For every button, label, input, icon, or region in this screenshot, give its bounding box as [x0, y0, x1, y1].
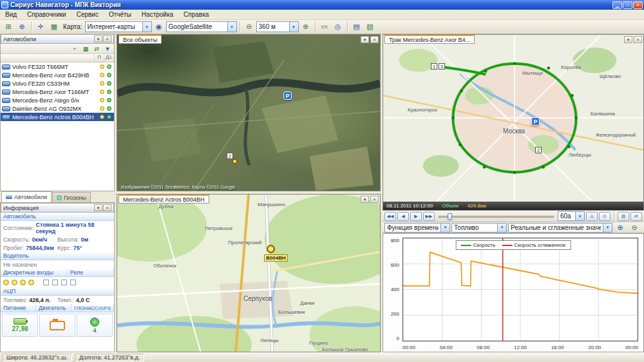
chevron-down-icon[interactable]: ▼ [289, 22, 298, 32]
place-label: Железнодорожный [596, 133, 636, 137]
play-icon[interactable]: ▶ [410, 212, 422, 221]
input-led-icon [28, 280, 34, 285]
menu-help[interactable]: Справка [178, 10, 214, 19]
legend-swatch-speed-smoothed [502, 245, 512, 246]
tab-geozones[interactable]: Геозоны [52, 192, 91, 202]
follow-marker-icon[interactable]: ◎ [586, 212, 598, 221]
chevron-down-icon[interactable]: ▼ [575, 211, 584, 221]
ignition-status-icon [100, 90, 104, 94]
gps-satellite-count: 4 [93, 327, 96, 334]
layers-icon[interactable]: ▧ [364, 21, 377, 33]
map-selected-vehicle[interactable]: Mercedes-Benz Actros В004ВН ▾ × Дубна Ма… [117, 194, 381, 352]
globe-icon[interactable]: ◉ [153, 21, 166, 33]
pin-icon[interactable]: ▾ [94, 35, 102, 43]
chart-legend: Скорость Скорость сглаженное [456, 240, 571, 250]
close-icon[interactable]: × [103, 35, 111, 43]
slider-thumb[interactable] [448, 213, 452, 220]
waypoint-marker-3[interactable]: 3 [439, 63, 445, 70]
track-map-decoration [383, 35, 643, 210]
vehicle-row[interactable]: Mercedes-Benz Axor В429НВ [1, 71, 114, 79]
relay-checkbox[interactable] [43, 280, 49, 285]
tab-track[interactable]: Трак Mercedes-Benz Axor В4... [384, 35, 475, 44]
chart-plot-area[interactable] [402, 238, 638, 341]
waypoint-marker-1[interactable]: 1 [431, 63, 437, 70]
ruler-icon[interactable]: ▭ [318, 21, 331, 33]
zoom-window-icon[interactable]: ⊞ [2, 21, 15, 33]
select-icon[interactable]: ▦ [48, 21, 61, 33]
chart-parameter-combo[interactable]: Топливо ▼ [451, 223, 507, 233]
skip-end-icon[interactable]: ▶▶ [423, 212, 435, 221]
waypoint-marker-2[interactable]: 2 [535, 147, 542, 153]
menu-directories[interactable]: Справочники [22, 10, 71, 19]
minimize-button[interactable]: ▁ [612, 1, 622, 9]
track-timeline-bar[interactable]: 08.11.2011 10:12:00 Объем 424.8км [383, 202, 643, 210]
zoom-out-icon[interactable]: ⊖ [628, 222, 641, 234]
refresh-icon[interactable]: ⇄ [91, 44, 102, 53]
map-type-combo[interactable]: Интернет-карты ▼ [85, 21, 152, 32]
close-icon[interactable]: × [634, 36, 642, 43]
zoom-in-icon[interactable]: ⊕ [299, 21, 312, 33]
export-icon[interactable]: ⇄ [630, 212, 642, 221]
timeline-distance: 424.8км [468, 203, 486, 209]
vehicle-row[interactable]: Volvo FE320 Т666МТ [1, 62, 114, 71]
pan-icon[interactable]: ✛ [34, 21, 47, 33]
add-vehicle-icon[interactable]: + [70, 44, 80, 53]
vehicle-row[interactable]: Mercedes-Benz Atego б/н [1, 96, 114, 104]
close-button[interactable]: × [633, 1, 643, 9]
chevron-down-icon[interactable]: ▼ [142, 22, 151, 32]
close-icon[interactable]: × [370, 196, 379, 203]
menu-view[interactable]: Вид [0, 10, 22, 19]
playback-speed-combo[interactable]: 60а ▼ [558, 211, 585, 221]
tab-vehicles[interactable]: Автомобили [1, 191, 52, 202]
vehicle-row[interactable]: Mercedes-Benz Axor Т166МТ [1, 88, 114, 96]
panel-menu-icon[interactable]: ▾ [361, 36, 369, 43]
menu-service[interactable]: Сервис [71, 10, 104, 19]
close-icon[interactable]: × [370, 36, 379, 43]
vehicle-row-selected[interactable]: Mercedes-Benz Actros В004ВН [1, 113, 114, 121]
menu-settings[interactable]: Настройка [137, 10, 178, 19]
vehicle-row[interactable]: Daimler-Benz AG О932МХ [1, 104, 114, 113]
skip-start-icon[interactable]: ◀◀ [384, 212, 396, 221]
legend-item: Скорость [461, 242, 496, 248]
chart-function-combo[interactable]: Функция времени ▼ [384, 223, 450, 233]
track-position-slider[interactable] [439, 212, 554, 221]
pin-icon[interactable]: ▾ [94, 204, 102, 211]
maximize-button[interactable]: □ [623, 1, 632, 9]
panel-menu-icon[interactable]: ▾ [361, 196, 369, 203]
vehicle-marker[interactable] [267, 245, 275, 253]
map-track[interactable]: Трак Mercedes-Benz Axor В4... ▾ × Москва… [383, 34, 644, 211]
relay-checkbox[interactable] [61, 280, 67, 285]
chevron-down-icon[interactable]: ▼ [497, 223, 506, 233]
parking-marker[interactable]: P [531, 117, 540, 126]
chart-mode-combo[interactable]: Реальные и сглаженные значения ▼ [508, 223, 612, 233]
group-icon[interactable]: ▦ [80, 44, 91, 53]
close-icon[interactable]: × [103, 204, 111, 211]
tab-all-objects[interactable]: Все объекты [118, 35, 162, 44]
zoom-level-combo[interactable]: 360 м ▼ [256, 21, 299, 32]
vehicle-marker[interactable] [232, 158, 238, 164]
vehicle-row[interactable]: Volvo FE320 С533НМ [1, 79, 114, 88]
relay-checkbox[interactable] [70, 280, 76, 285]
relay-checkbox[interactable] [52, 280, 58, 285]
print-icon[interactable]: ▤ [350, 21, 363, 33]
map-all-objects[interactable]: Все объекты ▾ × P 2 Изображения ©2011 Te… [117, 34, 381, 191]
waypoint-marker-2[interactable]: 2 [227, 153, 233, 159]
chevron-down-icon[interactable]: ▼ [440, 223, 450, 233]
panel-menu-icon[interactable]: ▾ [624, 36, 632, 43]
chevron-down-icon[interactable]: ▼ [227, 22, 236, 32]
menu-reports[interactable]: Отчёты [104, 10, 137, 19]
chevron-down-icon[interactable]: ▼ [603, 223, 612, 233]
temp-value: 4,0 С [76, 297, 90, 303]
magnet-icon[interactable]: ⊙ [599, 212, 611, 221]
map-provider-combo[interactable]: GoogleSatellite ▼ [166, 21, 237, 32]
step-back-icon[interactable]: ◀ [397, 212, 409, 221]
zoom-in-icon[interactable]: ⊕ [614, 222, 627, 234]
chart-view-icon[interactable]: ▥ [618, 212, 629, 221]
filter-icon[interactable]: ▼ [102, 44, 113, 53]
tab-vehicle-map[interactable]: Mercedes-Benz Actros В004ВН [118, 195, 209, 204]
marker-icon[interactable]: ◎ [332, 21, 345, 33]
parking-marker[interactable]: P [283, 91, 292, 100]
zoom-out-icon[interactable]: ⊖ [243, 21, 256, 33]
zoom-in-icon[interactable]: ⊕ [15, 21, 28, 33]
battery-icon [14, 318, 26, 325]
